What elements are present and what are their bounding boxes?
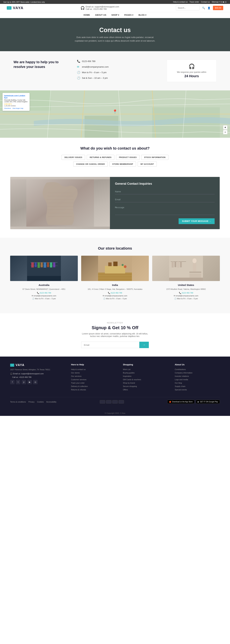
footer-bottom: Terms & conditions Privacy Cookies Acces… xyxy=(10,397,220,404)
trace-order-link[interactable]: Trace order xyxy=(189,1,199,3)
contact-hours2-item: 🕐 Sat & Sun – 10 am – 3 pm xyxy=(77,76,157,80)
contact-link[interactable]: Contact us xyxy=(201,1,210,3)
topic-membership[interactable]: STORE MEMBERSHIP xyxy=(109,162,136,166)
footer-logo: ≡ VAYA xyxy=(10,363,64,367)
footer-col-about: About Us Contributions Company informati… xyxy=(175,363,220,392)
contact-email-item: ✉ email@companyname.com xyxy=(77,65,157,68)
svg-rect-28 xyxy=(44,262,46,268)
nav-blog[interactable]: BLOG ▾ xyxy=(138,14,146,16)
svg-rect-25 xyxy=(35,262,37,267)
footer-logo-text: VAYA xyxy=(16,363,25,367)
newsletter-email-input[interactable] xyxy=(81,342,139,348)
cart-button[interactable]: $40.00 xyxy=(213,6,223,10)
map-controls: + − xyxy=(223,125,227,134)
nav-shop[interactable]: SHOP ▾ xyxy=(111,14,119,16)
footer-shop-link-3[interactable]: Inspiration xyxy=(123,375,168,377)
topic-delivery[interactable]: DELIVERY ISSUES xyxy=(62,155,85,160)
user-icon[interactable]: 👤 xyxy=(207,6,210,9)
footer-about-link-5[interactable]: Our blog xyxy=(175,382,220,384)
newsletter-heading: Signup & Get 10 % Off xyxy=(10,325,220,330)
footer-shop-link-1[interactable]: Wish List xyxy=(123,368,168,370)
newsletter-link[interactable]: Help & contact us xyxy=(173,1,187,3)
store-australia-phone: 📞 0123 456 789 xyxy=(10,292,78,294)
footer-help-link-1[interactable]: Help & contact us xyxy=(71,368,116,370)
topic-stock[interactable]: STOCK INFORMATION xyxy=(141,155,168,160)
search-icon[interactable]: 🔍 xyxy=(202,6,205,9)
contact-phone-item: 📞 0123 456 789 xyxy=(77,60,157,63)
store-australia-address: 67 Davis Street, NEWMARKET, Queensland –… xyxy=(10,288,78,291)
svg-rect-45 xyxy=(172,262,174,268)
footer-shop-link-7[interactable]: Offers xyxy=(123,389,168,391)
footer-about-link-1[interactable]: Contributions xyxy=(175,368,220,370)
directions-link[interactable]: Directions xyxy=(4,108,11,109)
footer-help-link-7[interactable]: Returns & refunds xyxy=(71,389,116,391)
nav-pages[interactable]: PAGES ▾ xyxy=(124,14,133,16)
footer-shop-link-6[interactable]: Secure shopping xyxy=(123,385,168,387)
footer-accessibility-link[interactable]: Accessibility xyxy=(46,401,57,403)
footer-about-link-6[interactable]: Supply chain xyxy=(175,385,220,387)
copyright-text: © Copyright 2022, C-Kav xyxy=(105,412,125,414)
footer-instagram-icon[interactable]: ◎ xyxy=(33,380,38,384)
footer-help-link-5[interactable]: Track your order xyxy=(71,382,116,384)
form-message-input[interactable] xyxy=(115,205,215,215)
hero-description: Duis aute irure dolor in velit esse cill… xyxy=(73,36,157,43)
footer-cookies-link[interactable]: Cookies xyxy=(37,401,44,403)
footer-youtube-icon[interactable]: ▶ xyxy=(27,380,32,384)
footer-about-link-4[interactable]: Logo and media xyxy=(175,378,220,380)
footer-help-link-4[interactable]: Customer services xyxy=(71,378,116,380)
header: ≡ VAYA 🎧 Email us: support@storesupport.… xyxy=(0,4,230,12)
footer-about-link-2[interactable]: Company information xyxy=(175,372,220,374)
form-submit-button[interactable]: SUBMIT YOUR MESSAGE → xyxy=(179,218,215,224)
topic-account[interactable]: MY ACCOUNT xyxy=(138,162,157,166)
footer-terms-link[interactable]: Terms & conditions xyxy=(10,401,26,403)
newsletter-submit-button[interactable]: → xyxy=(139,342,149,348)
topic-returns[interactable]: RETURNS & REFUNDS xyxy=(87,155,114,160)
map-zoom-out[interactable]: − xyxy=(223,130,227,134)
footer-shop-link-5[interactable]: Shop by brand xyxy=(123,382,168,384)
sweater-svg xyxy=(10,179,110,226)
promo-bar: Get Up to 30% OFF Store-wide • Limited t… xyxy=(0,0,230,4)
view-larger-link[interactable]: View larger map xyxy=(12,108,23,109)
topic-change-order[interactable]: CHANGE OR CANCEL ORDER xyxy=(73,162,108,166)
form-name-input[interactable] xyxy=(115,189,215,194)
contact-hours2: Sat & Sun – 10 am – 3 pm xyxy=(82,77,108,79)
footer-shop-link-4[interactable]: Gift Cards & vouchers xyxy=(123,378,168,380)
footer-twitter-icon[interactable]: t xyxy=(16,380,20,384)
clock2-icon: 🕐 xyxy=(77,76,80,80)
footer-col-help-heading: Here to Help xyxy=(71,363,116,366)
topic-product[interactable]: PRODUCT ISSUES xyxy=(116,155,139,160)
store-india-address: 181, 4 Cross 2 Main 3 Stage, Hal, Bangal… xyxy=(81,288,149,291)
map-zoom-in[interactable]: + xyxy=(223,125,227,130)
newsletter-form: → xyxy=(81,342,149,348)
google-play-label: GET IT ON Google Play xyxy=(200,401,218,403)
footer-shop-link-2[interactable]: Buying guides xyxy=(123,372,168,374)
footer-about-link-7[interactable]: Special events xyxy=(175,389,220,391)
store-us-phone: 📞 0123 456 789 xyxy=(152,292,220,294)
form-email-input[interactable] xyxy=(115,197,215,202)
footer-about-link-3[interactable]: Investor relations xyxy=(175,375,220,377)
search-input[interactable] xyxy=(176,6,199,10)
headset-icon: 🎧 xyxy=(81,6,85,10)
nav-about[interactable]: ABOUT US xyxy=(95,14,106,16)
phone-icon: 📞 xyxy=(77,60,80,63)
map-address: Riverside Building, County Hall, London … xyxy=(4,99,28,102)
nav-home[interactable]: HOME xyxy=(84,14,90,16)
logo[interactable]: ≡ VAYA xyxy=(7,6,24,10)
google-play-button[interactable]: ▶ GET IT ON Google Play xyxy=(196,400,220,404)
map-stars: ★★★★½ xyxy=(4,103,28,105)
footer-facebook-icon[interactable]: f xyxy=(10,380,15,384)
map-reviews: 1,26,648 reviews xyxy=(4,105,28,107)
sitemap-link[interactable]: Sitemap xyxy=(212,1,218,3)
store-locations-heading: Our store locations xyxy=(10,246,220,250)
footer-help-link-2[interactable]: Our stores xyxy=(71,372,116,374)
response-label: We response your queries within xyxy=(177,71,206,73)
footer-help-link-6[interactable]: Delivery & collection xyxy=(71,385,116,387)
footer-privacy-link[interactable]: Privacy xyxy=(29,401,35,403)
footer-pinterest-icon[interactable]: p xyxy=(22,380,26,384)
topics-heading: What do you wish to contact us about? xyxy=(10,146,220,150)
store-us-name: United States xyxy=(152,284,220,286)
app-store-button[interactable]: 🍎 Download on the App Store xyxy=(167,400,194,404)
footer-help-link-3[interactable]: Our services xyxy=(71,375,116,377)
stores-grid: Australia 67 Davis Street, NEWMARKET, Qu… xyxy=(10,256,220,300)
store-australia-name: Australia xyxy=(10,284,78,286)
